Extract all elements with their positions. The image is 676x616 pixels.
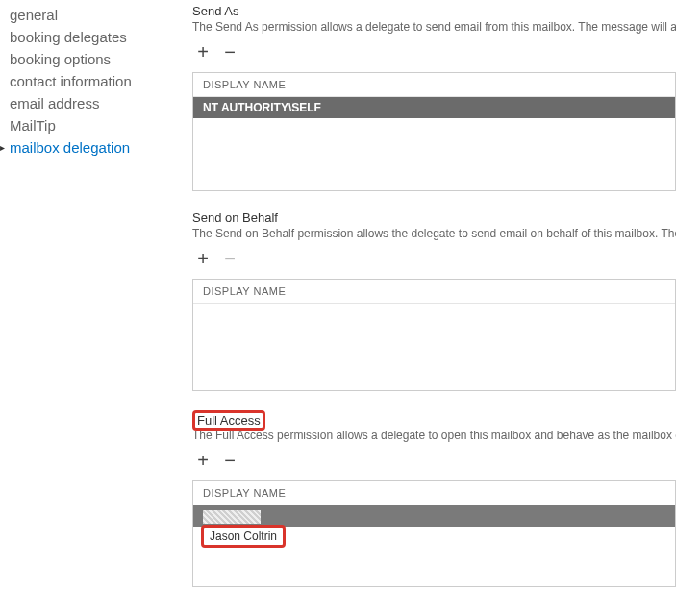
section-send-on-behalf: Send on Behalf The Send on Behalf permis… xyxy=(192,210,676,391)
full-access-grid: DISPLAY NAME Jason Coltrin xyxy=(192,480,676,587)
nav-mailtip[interactable]: MailTip xyxy=(10,114,173,136)
send-on-behalf-remove-button[interactable]: − xyxy=(219,248,240,269)
nav-general[interactable]: general xyxy=(10,4,173,26)
grid-empty-space xyxy=(193,304,675,390)
send-as-column-header: DISPLAY NAME xyxy=(193,73,675,97)
full-access-remove-button[interactable]: − xyxy=(219,450,240,471)
nav-booking-delegates[interactable]: booking delegates xyxy=(10,26,173,48)
grid-empty-space xyxy=(193,118,675,190)
main-content: Send As The Send As permission allows a … xyxy=(183,0,676,616)
annotation-highlight: Full Access xyxy=(192,410,265,431)
full-access-description: The Full Access permission allows a dele… xyxy=(192,429,676,442)
send-as-description: The Send As permission allows a delegate… xyxy=(192,20,676,34)
annotation-highlight: Jason Coltrin xyxy=(201,525,286,548)
table-row[interactable] xyxy=(193,505,675,527)
full-access-add-button[interactable]: + xyxy=(192,450,213,471)
send-on-behalf-title: Send on Behalf xyxy=(192,210,676,225)
section-send-as: Send As The Send As permission allows a … xyxy=(192,4,676,191)
send-as-add-button[interactable]: + xyxy=(192,41,213,62)
sidebar-nav: general booking delegates booking option… xyxy=(0,0,183,616)
send-on-behalf-add-button[interactable]: + xyxy=(192,248,213,269)
table-row[interactable]: Jason Coltrin xyxy=(206,528,281,545)
nav-mailbox-delegation[interactable]: mailbox delegation xyxy=(10,136,173,159)
nav-contact-information[interactable]: contact information xyxy=(10,70,173,92)
table-row[interactable]: NT AUTHORITY\SELF xyxy=(193,97,675,118)
send-as-grid: DISPLAY NAME NT AUTHORITY\SELF xyxy=(192,72,676,191)
send-on-behalf-description: The Send on Behalf permission allows the… xyxy=(192,227,676,240)
nav-email-address[interactable]: email address xyxy=(10,92,173,114)
send-as-title: Send As xyxy=(192,4,676,18)
section-full-access: Full Access The Full Access permission a… xyxy=(192,410,676,587)
send-as-remove-button[interactable]: − xyxy=(219,41,240,62)
full-access-column-header: DISPLAY NAME xyxy=(193,481,675,505)
grid-empty-space xyxy=(193,548,675,586)
redacted-text xyxy=(203,510,261,524)
send-on-behalf-grid: DISPLAY NAME xyxy=(192,279,676,391)
nav-booking-options[interactable]: booking options xyxy=(10,48,173,70)
send-on-behalf-column-header: DISPLAY NAME xyxy=(193,280,675,304)
full-access-title: Full Access xyxy=(197,413,261,428)
